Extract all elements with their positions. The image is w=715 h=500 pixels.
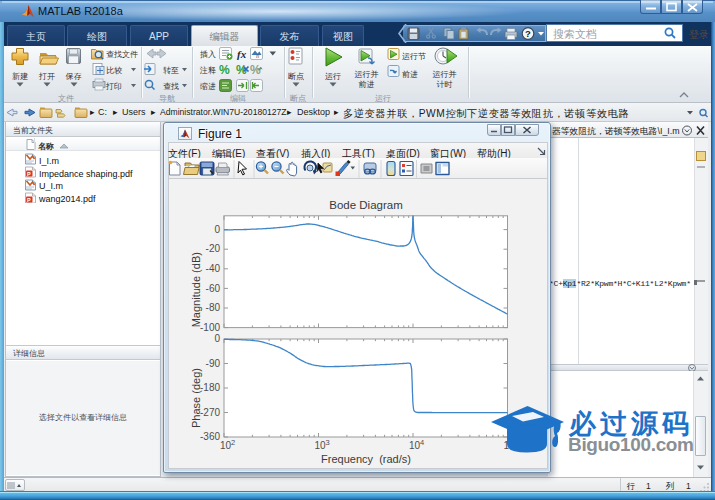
svg-text:?: ?	[525, 28, 531, 39]
svg-text:10: 10	[409, 440, 421, 451]
svg-text:Magnitude (dB): Magnitude (dB)	[190, 252, 202, 327]
svg-text:Bode Diagram: Bode Diagram	[329, 199, 403, 211]
svg-text:3: 3	[326, 438, 330, 447]
svg-text:-90: -90	[206, 358, 221, 369]
svg-text:Phase (deg): Phase (deg)	[190, 368, 202, 428]
svg-text:-180: -180	[200, 382, 220, 393]
svg-text:P: P	[27, 171, 31, 177]
svg-text:Frequency (rad/s): Frequency (rad/s)	[321, 453, 411, 465]
svg-text:-360: -360	[200, 431, 220, 442]
svg-text:10: 10	[315, 440, 327, 451]
svg-text:10: 10	[220, 440, 232, 451]
svg-text:-60: -60	[206, 283, 221, 294]
svg-text:0: 0	[214, 224, 220, 235]
svg-text:2: 2	[231, 438, 235, 447]
svg-text:P: P	[27, 197, 31, 203]
svg-text:-40: -40	[206, 263, 221, 274]
svg-text:fx: fx	[237, 48, 247, 60]
svg-text:4: 4	[420, 438, 424, 447]
svg-text:-80: -80	[206, 302, 221, 313]
svg-text:Biguo100.com: Biguo100.com	[568, 434, 694, 455]
svg-text:-100: -100	[200, 322, 220, 333]
svg-text:0: 0	[214, 333, 220, 344]
svg-text:-20: -20	[206, 243, 221, 254]
svg-text:-270: -270	[200, 407, 220, 418]
svg-text:%: %	[219, 63, 230, 77]
